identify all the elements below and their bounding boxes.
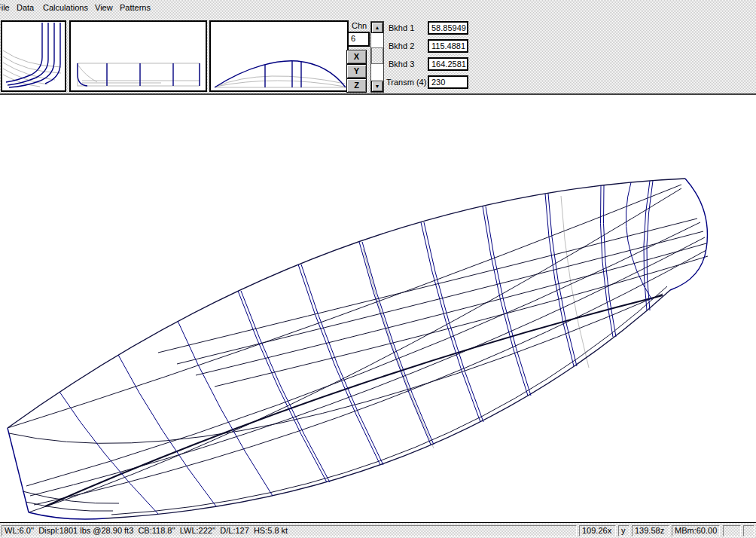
application-window: { "menu": { "items": ["File", "Data", "C… <box>0 0 756 538</box>
menu-bar: File Data Calculations View Patterns <box>0 0 756 17</box>
menu-data[interactable]: Data <box>17 3 34 12</box>
hull-stem-transom <box>8 179 707 519</box>
hull-3d-viewport[interactable] <box>0 95 756 522</box>
bkhd2-value-field[interactable]: 115.4881 <box>428 39 468 53</box>
transm-label: Transm (4) <box>386 78 426 87</box>
axis-y-button[interactable]: Y <box>346 64 367 78</box>
status-empty-panel-1 <box>723 525 741 536</box>
scroll-down-button[interactable]: ▼ <box>371 81 383 92</box>
hull-keel-line <box>45 295 663 506</box>
hull-outline <box>8 179 685 518</box>
chn-value-field[interactable]: 6 <box>347 32 370 47</box>
hull-longitudinals <box>8 185 708 515</box>
bkhd1-value-field[interactable]: 58.85949 <box>428 21 468 35</box>
transm-value-field[interactable]: 230 <box>428 75 468 89</box>
chn-label: Chn <box>352 21 367 30</box>
bkhd2-label: Bkhd 2 <box>389 41 414 50</box>
status-rotation-z: 139.58z <box>632 525 669 536</box>
menu-view[interactable]: View <box>95 3 113 12</box>
body-plan-drawing <box>2 22 65 90</box>
profile-panel[interactable] <box>69 20 207 92</box>
menu-patterns[interactable]: Patterns <box>120 3 151 12</box>
menu-file[interactable]: File <box>0 3 10 12</box>
status-empty-panel-2 <box>743 525 754 536</box>
vertical-scrollbar[interactable]: ▲ ▼ <box>370 21 384 93</box>
profile-drawing <box>71 22 206 90</box>
status-metacenter: MBm:60.00 <box>672 525 720 536</box>
status-axis-y: y <box>618 525 629 536</box>
axis-z-button[interactable]: Z <box>346 78 367 93</box>
vertical-scroll-thumb[interactable] <box>371 47 383 64</box>
status-bar: WL:6.0'' Displ:1801 lbs @28.90 ft3 CB:11… <box>0 522 756 538</box>
body-plan-panel[interactable] <box>1 20 66 92</box>
bkhd3-value-field[interactable]: 164.2581 <box>428 57 468 71</box>
plan-view-panel[interactable] <box>209 20 349 92</box>
status-rotation-x: 109.26x <box>579 525 616 536</box>
toolbar: Chn 6 X Y Z ▲ ▼ Bkhd 1 Bkhd 2 Bkhd 3 Tra… <box>0 17 756 95</box>
scroll-up-button[interactable]: ▲ <box>371 22 383 33</box>
axis-x-button[interactable]: X <box>346 50 367 64</box>
plan-view-drawing <box>211 22 347 90</box>
bkhd1-label: Bkhd 1 <box>389 23 414 32</box>
hull-wireframe <box>0 95 756 522</box>
menu-calculations[interactable]: Calculations <box>43 3 88 12</box>
status-summary: WL:6.0'' Displ:1801 lbs @28.90 ft3 CB:11… <box>2 525 577 536</box>
bkhd3-label: Bkhd 3 <box>389 60 414 69</box>
